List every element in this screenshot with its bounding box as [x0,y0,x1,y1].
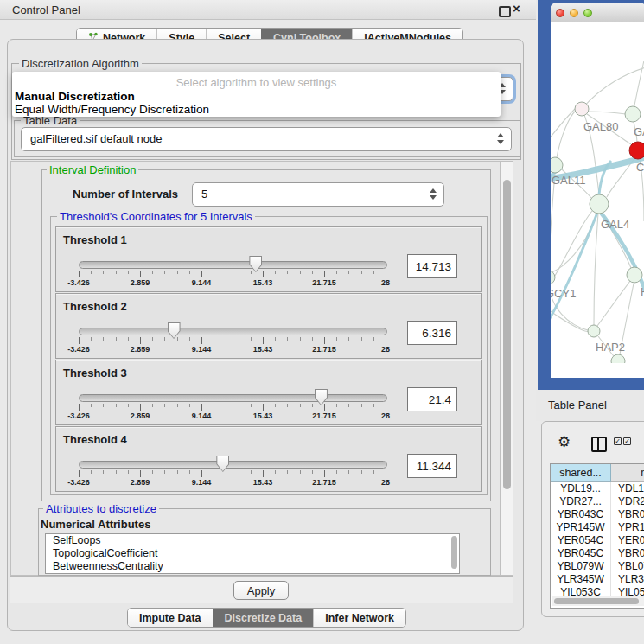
slider-tick-label: 15.43 [253,345,273,354]
slider-tick-label: -3.426 [67,278,90,287]
zoom-traffic-light-icon[interactable] [583,9,592,17]
slider-tick [373,337,374,341]
table-row[interactable]: YPR145WYPR145W [551,521,644,534]
slider-tick [263,337,264,344]
number-of-intervals-combobox[interactable]: 5 [192,182,444,207]
network-edge[interactable] [551,173,555,271]
slider-tick [140,404,141,411]
attribute-list-item[interactable]: BetweennessCentrality [46,560,459,573]
network-node[interactable] [627,267,642,283]
network-edge[interactable] [594,214,598,325]
slider-tick [324,337,325,344]
table-row[interactable]: YDR27...YDR27... [551,495,644,508]
slider-track[interactable] [79,394,387,402]
slider-tick [79,470,80,477]
table-row[interactable]: YDL19...YDL19... [551,482,644,495]
slider-tick [251,271,252,274]
network-edge[interactable] [551,109,575,143]
slider-tick [348,470,349,474]
mode-tab-infer-network[interactable]: Infer Network [313,609,405,627]
slider-tick-label: 9.144 [192,478,212,487]
threshold-panel: Threshold 1-3.4262.8599.14415.4321.71528… [55,226,482,292]
column-header-name[interactable]: name [611,464,644,482]
slider-tick [177,470,178,474]
slider-track[interactable] [79,328,387,335]
network-edge[interactable] [551,308,589,331]
column-header-shared-name[interactable]: shared... [551,464,611,482]
slider-tick [287,470,288,474]
cell-name: YDL19... [611,482,644,495]
tab-label: Infer Network [325,612,394,624]
checkbox-icon[interactable]: ✓ [614,437,622,445]
float-window-icon[interactable] [499,6,511,17]
threshold-value-field[interactable]: 14.713 [407,254,457,278]
slider-thumb[interactable] [315,389,328,405]
network-window-titlebar[interactable] [551,3,644,22]
network-canvas[interactable]: GAL80GALCGAL11GAL4GCY1HHAP2 [551,22,644,363]
mode-tab-discretize-data[interactable]: Discretize Data [213,609,314,627]
table-row[interactable]: YBR045CYBR045C [551,547,644,560]
network-node[interactable] [590,194,609,214]
slider-tick-label: 21.715 [312,278,336,287]
network-edge[interactable] [633,61,644,114]
slider-tick [201,470,202,477]
table-row[interactable]: YBR043CYBR043C [551,508,644,521]
slider-tick [275,271,276,274]
network-node[interactable] [629,142,644,159]
close-traffic-light-icon[interactable] [556,9,564,17]
slider-track[interactable] [79,261,387,269]
algorithm-option-equal-width-frequency-discretization[interactable]: Equal Width/Frequency Discretization [15,103,209,116]
gear-icon[interactable]: ⚙ [558,433,571,451]
network-edge[interactable] [588,112,626,114]
table-data-combobox[interactable]: galFiltered.sif default node [21,127,512,151]
horizontal-scrollbar[interactable] [552,596,644,606]
apply-button[interactable]: Apply [233,581,289,600]
threshold-value-field[interactable]: 21.4 [407,387,457,411]
table-row[interactable]: YLR345WYLR345W [551,573,644,586]
threshold-value-field[interactable]: 6.316 [407,321,457,345]
network-node[interactable] [625,106,641,122]
slider-tick [226,337,226,341]
network-node[interactable] [551,271,555,284]
threshold-value-field[interactable]: 11.344 [407,454,457,478]
algorithm-placeholder-option[interactable]: Select algorithm to view settings [12,76,501,89]
checkbox-icon[interactable]: ✓ [623,437,631,445]
algorithm-option-manual-discretization[interactable]: Manual Discretization [15,90,135,103]
slider-thumb[interactable] [168,322,181,339]
slider-tick [201,404,202,411]
numerical-attributes-list[interactable]: SelfLoopsTopologicalCoefficientBetweenne… [45,533,460,574]
slider-tick [386,470,386,477]
slider-tick [140,271,141,277]
network-node[interactable] [588,325,600,337]
slider-thumb[interactable] [216,456,229,472]
slider-tick-label: 2.859 [131,278,150,287]
network-edge[interactable] [551,214,596,273]
minimize-traffic-light-icon[interactable] [570,9,578,17]
vertical-scrollbar-thumb[interactable] [503,180,511,489]
table-row[interactable]: YER054CYER054C [551,534,644,547]
network-node[interactable] [551,157,563,173]
attribute-list-item[interactable]: SelfLoops [46,534,459,547]
list-scrollbar-thumb[interactable] [451,536,457,569]
threshold-panel: Threshold 4-3.4262.8599.14415.4321.71528… [55,426,482,492]
slider-tick [116,470,117,474]
slider-tick [140,337,141,344]
slider-track[interactable] [79,461,387,469]
network-node-label: GAL4 [601,218,629,231]
slider-tick [287,271,288,274]
table-row[interactable]: YIL053CYIL053C [551,586,644,596]
slider-tick [214,470,214,474]
slider-tick [103,271,104,274]
network-edge[interactable] [597,281,630,326]
table-row[interactable]: YBL079WYBL079W [551,560,644,573]
mode-tab-impute-data[interactable]: Impute Data [128,609,213,627]
slider-tick [116,271,117,274]
columns-icon[interactable] [591,437,607,452]
slider-tick [251,404,252,407]
close-icon[interactable]: × [513,1,520,16]
horizontal-scrollbar-thumb[interactable] [554,598,639,604]
network-node-label: GAL11 [552,174,586,187]
combo-arrows-icon [430,188,436,200]
attribute-list-item[interactable]: TopologicalCoefficient [46,547,459,560]
network-node[interactable] [575,102,589,116]
